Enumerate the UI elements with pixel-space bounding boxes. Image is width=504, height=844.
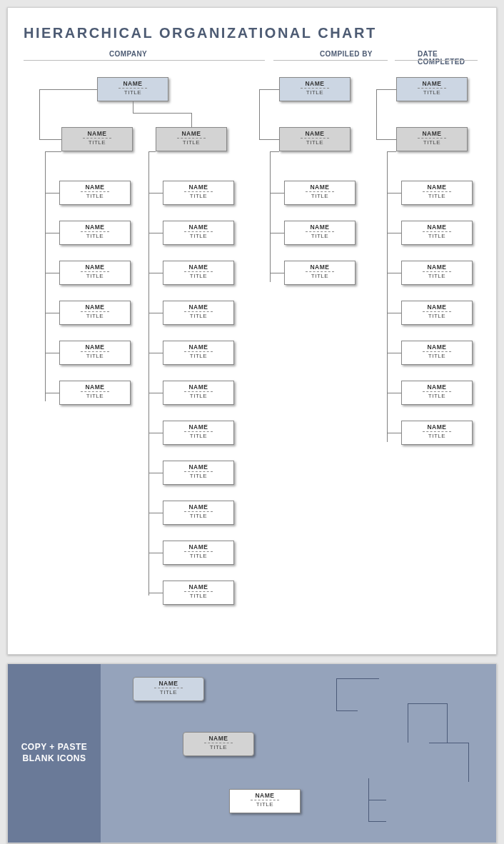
manager-box-a[interactable]: NAMETITLE [61, 127, 133, 151]
org-chart-page: HIERARCHICAL ORGANIZATIONAL CHART COMPAN… [7, 7, 497, 655]
connector-line[interactable] [408, 703, 408, 743]
leaf-box[interactable]: NAMETITLE [401, 421, 473, 445]
connector-line[interactable] [368, 821, 386, 822]
leaf-box[interactable]: NAMETITLE [401, 221, 473, 245]
leaf-box[interactable]: NAMETITLE [163, 381, 234, 405]
root-box-2[interactable]: NAMETITLE [279, 77, 351, 101]
icon-palette: NAMETITLE NAMETITLE NAMETITLE [101, 664, 496, 843]
header-row: COMPANY COMPILED BY DATE COMPLETED [24, 49, 480, 64]
leaf-box[interactable]: NAMETITLE [163, 221, 234, 245]
connector-line[interactable] [408, 703, 447, 704]
leaf-box[interactable]: NAMETITLE [59, 261, 131, 285]
leaf-box[interactable]: NAMETITLE [163, 501, 234, 525]
leaf-box[interactable]: NAMETITLE [163, 461, 234, 485]
connector-line[interactable] [368, 800, 386, 800]
manager-box-d[interactable]: NAMETITLE [396, 127, 468, 151]
leaf-box[interactable]: NAMETITLE [163, 261, 234, 285]
leaf-box[interactable]: NAMETITLE [284, 261, 356, 285]
header-compiled-by: COMPILED BY [320, 50, 373, 58]
copy-paste-panel: COPY + PASTEBLANK ICONS NAMETITLE NAMETI… [7, 663, 497, 843]
leaf-box[interactable]: NAMETITLE [401, 181, 473, 205]
panel-heading: COPY + PASTEBLANK ICONS [21, 742, 88, 764]
leaf-box[interactable]: NAMETITLE [59, 381, 131, 405]
panel-label: COPY + PASTEBLANK ICONS [8, 664, 101, 843]
leaf-box[interactable]: NAMETITLE [401, 301, 473, 325]
leaf-box[interactable]: NAMETITLE [163, 301, 234, 325]
leaf-box[interactable]: NAMETITLE [59, 301, 131, 325]
root-box-1[interactable]: NAMETITLE [97, 77, 168, 101]
page-title: HIERARCHICAL ORGANIZATIONAL CHART [24, 25, 480, 41]
connector-line[interactable] [336, 710, 358, 711]
connector-line[interactable] [429, 743, 468, 743]
leaf-box[interactable]: NAMETITLE [284, 181, 356, 205]
leaf-box[interactable]: NAMETITLE [59, 341, 131, 365]
leaf-box[interactable]: NAMETITLE [163, 181, 234, 205]
connector-line[interactable] [336, 678, 379, 679]
leaf-box[interactable]: NAMETITLE [59, 221, 131, 245]
connector-line[interactable] [336, 678, 337, 710]
connector-line[interactable] [447, 703, 448, 743]
root-box-3[interactable]: NAMETITLE [396, 77, 468, 101]
leaf-box[interactable]: NAMETITLE [59, 181, 131, 205]
template-box-blue[interactable]: NAMETITLE [133, 677, 204, 701]
leaf-box[interactable]: NAMETITLE [163, 541, 234, 565]
connector-line[interactable] [468, 743, 469, 782]
manager-box-b[interactable]: NAMETITLE [156, 127, 227, 151]
leaf-box[interactable]: NAMETITLE [401, 261, 473, 285]
leaf-box[interactable]: NAMETITLE [163, 581, 234, 605]
chart-canvas: NAMETITLE NAMETITLE NAMETITLE [24, 71, 480, 635]
manager-box-c[interactable]: NAMETITLE [279, 127, 351, 151]
template-box-grey[interactable]: NAMETITLE [183, 732, 254, 756]
header-date-completed: DATE COMPLETED [418, 50, 480, 66]
template-box-white[interactable]: NAMETITLE [229, 789, 301, 813]
leaf-box[interactable]: NAMETITLE [163, 341, 234, 365]
leaf-box[interactable]: NAMETITLE [401, 381, 473, 405]
leaf-box[interactable]: NAMETITLE [163, 421, 234, 445]
header-company: COMPANY [109, 50, 147, 58]
leaf-box[interactable]: NAMETITLE [284, 221, 356, 245]
leaf-box[interactable]: NAMETITLE [401, 341, 473, 365]
